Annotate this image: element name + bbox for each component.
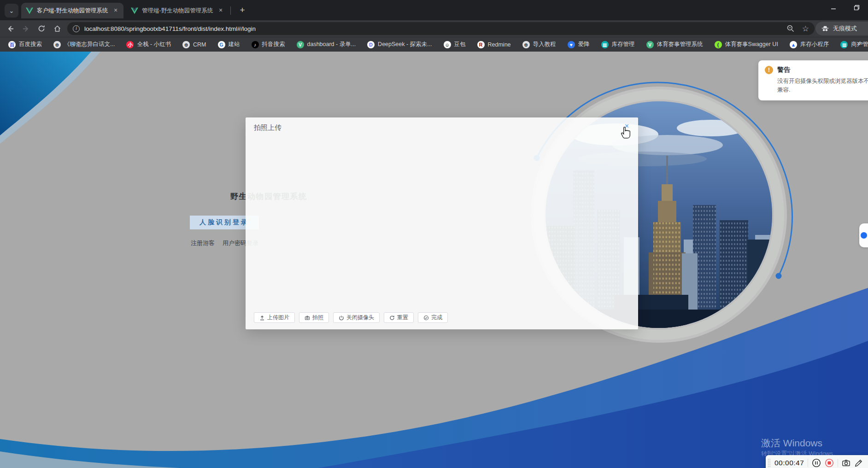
bookmark-item[interactable]: ⊕ 导入教程 [519, 39, 560, 50]
reset-button[interactable]: 重置 [384, 312, 414, 323]
camera-icon [305, 315, 310, 321]
browser-toolbar: i localhost:8080/springbootxb41711s/fron… [0, 20, 868, 37]
zoom-out-icon[interactable] [786, 24, 795, 33]
home-button[interactable] [51, 22, 64, 35]
register-visitor-link[interactable]: 注册游客 [191, 239, 215, 247]
forward-button[interactable] [19, 22, 32, 35]
photo-upload-dialog: 拍照上传 × 上传图片 拍照 关闭摄像头 重置 [246, 117, 638, 329]
bookmark-item[interactable]: { 体育赛事Swagger UI [711, 39, 782, 50]
back-button[interactable] [4, 22, 17, 35]
chevron-down-icon: ⌄ [9, 7, 14, 14]
stop-icon [825, 458, 834, 468]
screen-recorder-bar[interactable]: 00:00:47 [766, 455, 868, 468]
bookmark-favicon-icon: D [367, 41, 375, 48]
bookmark-item[interactable]: ▲ 库存小程序 [786, 39, 833, 50]
activate-windows-watermark: 激活 Windows [761, 437, 822, 450]
bookmark-favicon-icon: V [646, 41, 654, 48]
bookmark-star-icon[interactable]: ☆ [802, 24, 809, 34]
bookmark-favicon-icon: G [218, 41, 225, 48]
warning-notification[interactable]: ! 警告 没有开启摄像头权限或浏览器版本不兼容. [758, 60, 868, 100]
reload-button[interactable] [35, 22, 48, 35]
pencil-icon [854, 459, 863, 468]
side-float-widget[interactable] [859, 223, 868, 247]
finish-button[interactable]: 完成 [418, 312, 448, 323]
vue-logo-icon [26, 7, 33, 14]
bookmark-favicon-icon: ♪ [252, 41, 259, 48]
bookmark-item[interactable]: R Redmine [474, 40, 515, 50]
bookmark-favicon-icon: V [297, 41, 304, 48]
incognito-badge: 无痕模式 [815, 22, 868, 35]
notification-message: 没有开启摄像头权限或浏览器版本不兼容. [777, 77, 868, 95]
bookmark-item[interactable]: ▦ 库存管理 [598, 39, 639, 50]
bookmark-favicon-icon: 百 [8, 41, 16, 48]
pause-recording-button[interactable] [812, 458, 821, 468]
bookmark-favicon-icon: 小 [126, 41, 134, 48]
bookmark-item[interactable]: V 体育赛事管理系统 [643, 39, 707, 50]
close-camera-button[interactable]: 关闭摄像头 [333, 312, 380, 323]
minimize-icon [831, 5, 836, 10]
bookmark-item[interactable]: ♥ 爱降 [564, 39, 593, 50]
screenshot-button[interactable] [842, 459, 850, 468]
bookmark-favicon-icon: ▦ [840, 41, 848, 48]
bookmark-item[interactable]: ♪ 抖音搜索 [248, 39, 289, 50]
bookmark-item[interactable]: V dashboard - 录单... [293, 39, 360, 50]
upload-image-button[interactable]: 上传图片 [254, 312, 295, 323]
tab-search-button[interactable]: ⌄ [5, 4, 18, 18]
bookmarks-overflow-icon[interactable]: » [853, 39, 864, 47]
forward-icon [22, 25, 30, 33]
window-minimize-button[interactable] [823, 0, 844, 15]
bookmark-item[interactable]: ☺ 豆包 [440, 39, 469, 50]
widget-blue-icon [861, 232, 867, 239]
url-text: localhost:8080/springbootxb41711s/front/… [84, 25, 781, 32]
annotate-button[interactable] [854, 459, 863, 468]
drag-handle-icon[interactable] [768, 458, 771, 468]
camera-icon [842, 459, 850, 468]
incognito-label: 无痕模式 [833, 24, 857, 33]
tab-title: 客户端-野生动物园管理系统 [37, 7, 109, 15]
tab-client[interactable]: 客户端-野生动物园管理系统 × [21, 3, 123, 18]
bookmark-favicon-icon: ⊕ [53, 41, 61, 48]
bookmark-favicon-icon: ▲ [790, 41, 797, 48]
bookmark-favicon-icon: { [715, 41, 722, 48]
bookmark-item[interactable]: G 建站 [214, 39, 244, 50]
refresh-icon [389, 315, 395, 321]
stop-recording-button[interactable] [825, 458, 834, 468]
warning-icon: ! [765, 66, 773, 74]
upload-icon [259, 315, 265, 321]
tab-close-icon[interactable]: × [217, 6, 225, 15]
bookmark-favicon-icon: ▦ [601, 41, 609, 48]
bookmark-item[interactable]: ⊕ 《聊斋志异白话文... [50, 39, 118, 50]
bookmark-favicon-icon: ☺ [444, 41, 451, 48]
bookmarks-list: 百 百度搜索 ⊕ 《聊斋志异白话文... 小 全栈 - 小红书 ⊕ CRM [0, 39, 868, 50]
home-icon [53, 25, 61, 33]
address-bar[interactable]: i localhost:8080/springbootxb41711s/fron… [67, 22, 815, 35]
tab-close-icon[interactable]: × [111, 6, 120, 15]
bookmark-item[interactable]: D DeepSeek - 探索未... [364, 39, 435, 50]
site-info-icon[interactable]: i [73, 25, 80, 32]
tab-title: 管理端-野生动物园管理系统 [142, 7, 214, 15]
incognito-icon [821, 25, 829, 32]
browser-window: ⌄ 客户端-野生动物园管理系统 × 管理端-野生动物园管理系统 × + [0, 0, 868, 468]
bookmarks-bar: 百 百度搜索 ⊕ 《聊斋志异白话文... 小 全栈 - 小红书 ⊕ CRM [0, 37, 868, 52]
back-icon [6, 25, 14, 33]
page-content: 野生动物园管理系统 人脸识别登录 注册游客 用户密码登录 激活 Windows … [0, 52, 868, 468]
window-restore-button[interactable] [846, 0, 867, 15]
new-tab-button[interactable]: + [236, 4, 249, 17]
reload-icon [38, 25, 45, 32]
check-circle-icon [423, 315, 429, 321]
vue-logo-icon [131, 7, 138, 14]
take-photo-button[interactable]: 拍照 [299, 312, 329, 323]
notification-title: 警告 [777, 66, 790, 74]
bookmark-favicon-icon: ♥ [568, 41, 575, 48]
bookmark-favicon-icon: ⊕ [182, 41, 190, 48]
recording-timer: 00:00:47 [774, 459, 804, 467]
divider [838, 459, 838, 467]
browser-titlebar: ⌄ 客户端-野生动物园管理系统 × 管理端-野生动物园管理系统 × + [0, 0, 868, 20]
bookmark-item[interactable]: 百 百度搜索 [5, 39, 46, 50]
bookmark-item[interactable]: ⊕ CRM [179, 40, 210, 50]
tab-admin[interactable]: 管理端-野生动物园管理系统 × [126, 3, 229, 18]
bookmark-favicon-icon: R [477, 41, 485, 48]
power-icon [339, 315, 344, 321]
bookmark-item[interactable]: 小 全栈 - 小红书 [123, 39, 175, 50]
dialog-close-icon[interactable]: × [625, 122, 629, 130]
